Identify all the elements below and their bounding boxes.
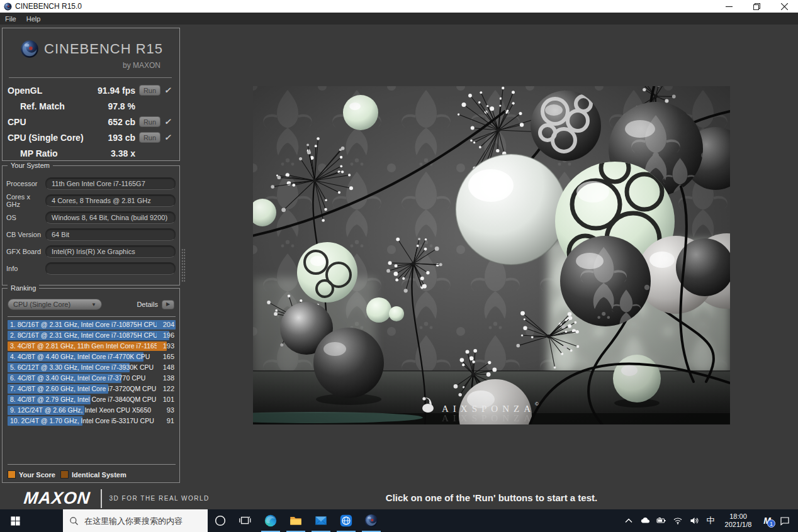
search-input[interactable]: [84, 516, 201, 526]
ranking-row[interactable]: 10. 2C/4T @ 1.70 GHz, Intel Core i5-3317…: [8, 416, 176, 426]
benchmark-result-row: CPU 652 cb Run ✓: [4, 114, 178, 130]
menu-help[interactable]: Help: [26, 15, 41, 23]
ranking-row[interactable]: 7. 4C/8T @ 2.60 GHz, Intel Core i7-3720Q…: [8, 384, 176, 394]
cinebench-icon: [364, 514, 378, 528]
mail-icon: [314, 514, 328, 528]
run-button[interactable]: Run: [139, 85, 160, 96]
ranking-row[interactable]: 6. 4C/8T @ 3.40 GHz, Intel Core i7-3770 …: [8, 374, 176, 383]
divider: [101, 489, 102, 508]
check-icon[interactable]: ✓: [164, 133, 175, 142]
panel-splitter-handle[interactable]: [181, 248, 186, 282]
system-tray: 中 18:00 2021/1/8 M1: [621, 509, 798, 532]
ranking-row[interactable]: 8. 4C/8T @ 2.79 GHz, Intel Core i7-3840Q…: [8, 395, 176, 404]
ranking-score: 122: [163, 385, 174, 392]
ranking-label: 1. 8C/16T @ 2.31 GHz, Intel Core i7-1087…: [10, 321, 157, 328]
ranking-row[interactable]: 2. 8C/16T @ 2.31 GHz, Intel Core i7-1087…: [8, 331, 176, 340]
divider: [9, 77, 172, 78]
run-button[interactable]: Run: [139, 116, 160, 127]
details-button[interactable]: ▶: [162, 300, 174, 309]
close-button[interactable]: [770, 0, 798, 13]
svg-text:©: ©: [535, 401, 539, 407]
system-field-value[interactable]: [45, 177, 176, 190]
m-tray-icon[interactable]: M1: [758, 509, 777, 532]
ime-indicator[interactable]: 中: [702, 509, 719, 532]
results-panel: CINEBENCH R15 by MAXON OpenGL 91.94 fps …: [2, 28, 180, 161]
onedrive-icon[interactable]: [637, 509, 653, 532]
menu-file[interactable]: File: [5, 15, 16, 23]
ranking-row[interactable]: 3. 4C/8T @ 2.81 GHz, 11th Gen Intel Core…: [8, 341, 176, 351]
cortana-button[interactable]: [208, 509, 233, 532]
check-icon[interactable]: ✓: [164, 117, 175, 126]
benchmark-value: 652 cb: [85, 117, 135, 127]
ranking-label: 7. 4C/8T @ 2.60 GHz, Intel Core i7-3720Q…: [10, 385, 157, 392]
taskbar-app-file-explorer[interactable]: [283, 509, 308, 532]
ranking-score: 93: [167, 406, 174, 414]
legend-item: Your Score: [8, 470, 55, 479]
system-field-value[interactable]: [45, 245, 176, 258]
action-center-button[interactable]: [777, 509, 793, 532]
ranking-row[interactable]: 1. 8C/16T @ 2.31 GHz, Intel Core i7-1087…: [8, 320, 176, 330]
app-area: CINEBENCH R15 by MAXON OpenGL 91.94 fps …: [0, 25, 798, 509]
ranking-row[interactable]: 9. 12C/24T @ 2.66 GHz, Intel Xeon CPU X5…: [8, 406, 176, 415]
benchmark-result-row: MP Ratio 3.38 x Run ✓: [4, 145, 178, 161]
benchmark-label: MP Ratio: [8, 148, 85, 158]
ranking-score: 196: [163, 331, 174, 339]
ranking-panel: Ranking CPU (Single Core) ▼ Details ▶ 1.…: [2, 288, 180, 483]
volume-icon[interactable]: [686, 509, 702, 532]
battery-icon[interactable]: [653, 509, 670, 532]
benchmark-value: 3.38 x: [85, 148, 135, 158]
system-field-label: Processor: [6, 180, 45, 187]
tray-expand-button[interactable]: [621, 509, 637, 532]
notification-badge: 1: [767, 519, 775, 528]
system-info-row: GFX Board: [3, 243, 179, 260]
ranking-score: 165: [163, 353, 174, 360]
desktop: CINEBENCH R15.0 File Help CINEBENCH R15 …: [0, 0, 798, 532]
system-info-row: Info: [3, 260, 179, 277]
your-system-title: Your System: [8, 162, 53, 169]
maxon-logo: MAXON: [23, 489, 91, 508]
system-field-value[interactable]: [45, 211, 176, 224]
ranking-row[interactable]: 5. 6C/12T @ 3.30 GHz, Intel Core i7-3930…: [8, 363, 176, 372]
system-field-label: GFX Board: [6, 248, 45, 255]
check-icon[interactable]: ✓: [164, 86, 175, 95]
taskbar-app-mail[interactable]: [308, 509, 334, 532]
ranking-score: 148: [163, 363, 174, 371]
taskbar-app-edge[interactable]: [258, 509, 283, 532]
ranking-row[interactable]: 4. 4C/8T @ 4.40 GHz, Intel Core i7-4770K…: [8, 352, 176, 362]
benchmark-label: CPU (Single Core): [8, 133, 85, 143]
title-bar: CINEBENCH R15.0: [0, 0, 798, 13]
wifi-icon[interactable]: [670, 509, 686, 532]
ranking-score: 138: [163, 374, 174, 382]
restore-button[interactable]: [743, 0, 770, 13]
clock[interactable]: 18:00 2021/1/8: [719, 513, 758, 529]
benchmark-label: CPU: [8, 117, 85, 127]
system-info-row: CB Version: [3, 226, 179, 243]
system-field-value[interactable]: [45, 228, 176, 241]
render-viewport: AIXSPONZA © AIXSPONZA: [253, 86, 730, 424]
taskbar-app-browser[interactable]: [334, 509, 359, 532]
system-field-value[interactable]: [45, 194, 176, 207]
start-button[interactable]: [0, 509, 30, 532]
system-field-label: Info: [6, 265, 45, 272]
menu-bar: File Help: [0, 13, 798, 25]
ranking-category-dropdown[interactable]: CPU (Single Core) ▼: [8, 299, 102, 310]
edge-icon: [264, 514, 278, 528]
file-explorer-icon: [289, 514, 303, 528]
details-label: Details: [137, 301, 158, 308]
minimize-button[interactable]: [715, 0, 743, 13]
chevron-down-icon: ▼: [91, 302, 96, 308]
system-field-value[interactable]: [45, 262, 176, 275]
ranking-title: Ranking: [8, 284, 39, 292]
task-view-button[interactable]: [233, 509, 258, 532]
clock-date: 2021/1/8: [719, 521, 758, 529]
window-title: CINEBENCH R15.0: [15, 2, 82, 11]
system-field-label: OS: [6, 214, 45, 221]
app-icon: [4, 3, 12, 11]
run-button[interactable]: Run: [139, 132, 160, 143]
benchmark-value: 91.94 fps: [85, 86, 135, 96]
taskbar-search[interactable]: [63, 509, 208, 532]
system-field-label: Cores x GHz: [6, 193, 45, 208]
taskbar-app-cinebench[interactable]: [359, 509, 384, 532]
benchmark-value: 97.8 %: [85, 101, 135, 111]
ranking-label: 8. 4C/8T @ 2.79 GHz, Intel Core i7-3840Q…: [10, 396, 157, 403]
